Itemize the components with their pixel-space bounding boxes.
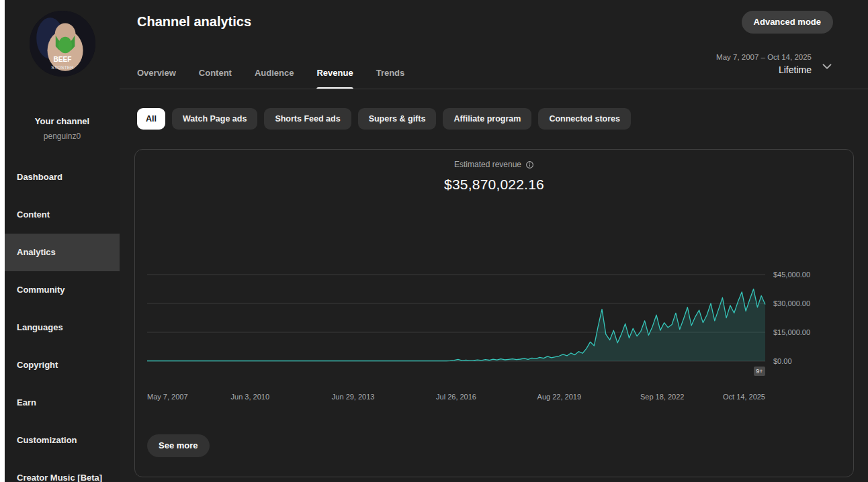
main-content: Channel analytics Advanced mode May 7, 2… (120, 0, 868, 482)
sidebar-menu: DashboardContentAnalyticsCommunityLangua… (5, 158, 120, 482)
tab-trends[interactable]: Trends (376, 65, 405, 89)
revenue-line-chart (147, 275, 765, 361)
y-tick-label: $30,000.00 (773, 299, 810, 307)
y-tick-label: $0.00 (773, 357, 792, 365)
tab-divider (120, 89, 868, 89)
x-tick-label: Sep 18, 2022 (640, 393, 684, 401)
sidebar-item-customization[interactable]: Customization (5, 422, 120, 459)
sidebar-item-earn[interactable]: Earn (5, 384, 120, 422)
x-tick-label: Jun 3, 2010 (231, 393, 270, 401)
x-tick-label: Jun 29, 2013 (332, 393, 375, 401)
sidebar-item-content[interactable]: Content (5, 196, 120, 234)
channel-handle: penguinz0 (5, 132, 120, 141)
revenue-chart-card: Estimated revenue $35,870,022.16 $45,000… (134, 149, 854, 477)
y-tick-label: $15,000.00 (773, 328, 810, 336)
sidebar-item-copyright[interactable]: Copyright (5, 346, 120, 384)
tab-revenue[interactable]: Revenue (316, 65, 353, 89)
svg-text:STOSTER: STOSTER (51, 65, 74, 70)
metric-label-row: Estimated revenue (135, 160, 853, 169)
avatar-image: BEEF STOSTER (30, 11, 95, 77)
channel-name: Your channel (5, 116, 120, 126)
filter-chip-supers-gifts[interactable]: Supers & gifts (358, 108, 437, 130)
sidebar-item-creator-music-beta[interactable]: Creator Music [Beta] (5, 459, 120, 482)
metric-label: Estimated revenue (454, 160, 521, 169)
see-more-button[interactable]: See more (147, 434, 210, 457)
x-tick-label: Jul 26, 2016 (436, 393, 476, 401)
sidebar: BEEF STOSTER Your channel penguinz0 Dash… (5, 0, 120, 482)
date-range-text: May 7, 2007 – Oct 14, 2025 (716, 53, 812, 61)
sidebar-item-languages[interactable]: Languages (5, 309, 120, 346)
filter-chip-watch-page-ads[interactable]: Watch Page ads (172, 108, 257, 130)
svg-text:BEEF: BEEF (53, 56, 71, 63)
tab-overview[interactable]: Overview (137, 65, 176, 89)
page-title: Channel analytics (137, 14, 251, 30)
chart-annotation-badge[interactable]: 9+ (754, 367, 765, 376)
sidebar-item-community[interactable]: Community (5, 271, 120, 309)
sidebar-item-analytics[interactable]: Analytics (5, 234, 120, 271)
tab-bar: OverviewContentAudienceRevenueTrends (137, 65, 404, 89)
channel-avatar[interactable]: BEEF STOSTER (30, 11, 95, 77)
tab-content[interactable]: Content (199, 65, 232, 89)
metric-value: $35,870,022.16 (135, 177, 853, 193)
advanced-mode-button[interactable]: Advanced mode (742, 11, 833, 34)
revenue-area-fill (147, 289, 765, 362)
filter-chips: AllWatch Page adsShorts Feed adsSupers &… (137, 108, 631, 130)
page-left-edge (0, 0, 5, 482)
info-icon[interactable] (525, 160, 534, 169)
chevron-down-icon[interactable] (820, 59, 834, 74)
x-tick-label: May 7, 2007 (147, 393, 188, 401)
x-tick-label: Aug 22, 2019 (537, 393, 581, 401)
filter-chip-shorts-feed-ads[interactable]: Shorts Feed ads (264, 108, 351, 130)
filter-chip-affiliate-program[interactable]: Affiliate program (443, 108, 531, 130)
filter-chip-connected-stores[interactable]: Connected stores (538, 108, 631, 130)
date-preset-label: Lifetime (716, 64, 812, 75)
sidebar-item-dashboard[interactable]: Dashboard (5, 158, 120, 196)
x-tick-label: Oct 14, 2025 (723, 393, 765, 401)
tab-audience[interactable]: Audience (255, 65, 294, 89)
filter-chip-all[interactable]: All (137, 108, 165, 130)
revenue-chart-plot[interactable] (147, 275, 765, 361)
y-axis-labels: $45,000.00$30,000.00$15,000.00$0.00 (773, 275, 854, 361)
date-range-picker[interactable]: May 7, 2007 – Oct 14, 2025 Lifetime (716, 53, 812, 75)
y-tick-label: $45,000.00 (773, 271, 810, 279)
x-axis-labels: May 7, 2007Jun 3, 2010Jun 29, 2013Jul 26… (147, 393, 765, 402)
